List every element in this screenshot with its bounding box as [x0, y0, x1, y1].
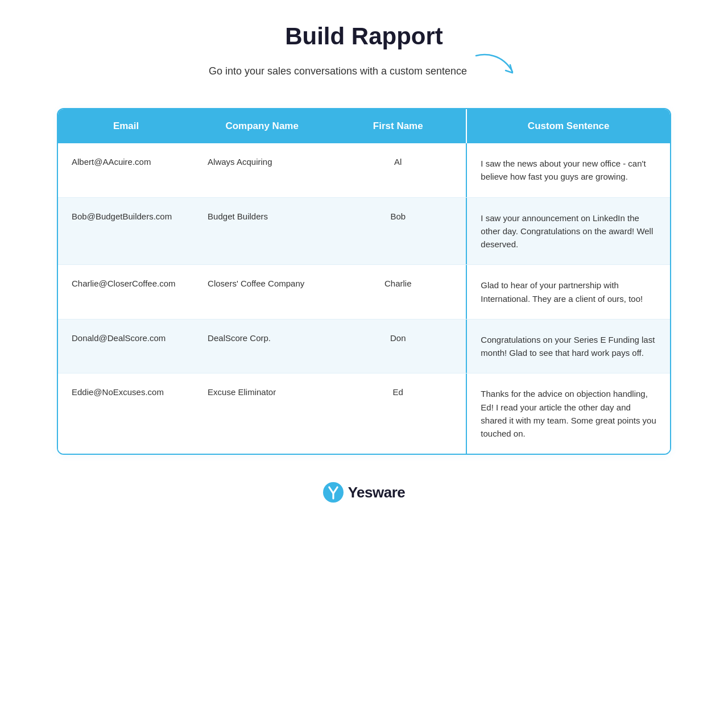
cell-email: Eddie@NoExcuses.com [58, 374, 194, 454]
cell-custom: I saw your announcement on LinkedIn the … [466, 198, 670, 265]
data-table: Email Company Name First Name Custom Sen… [57, 108, 671, 455]
cell-custom: I saw the news about your new office - c… [466, 143, 670, 197]
cell-firstname: Al [330, 143, 466, 197]
cell-company: Always Acquiring [194, 143, 330, 197]
footer: Yesware [323, 482, 406, 503]
header-email: Email [58, 109, 194, 143]
cell-custom: Congratulations on your Series E Funding… [466, 319, 670, 374]
cell-email: Charlie@CloserCoffee.com [58, 265, 194, 319]
cell-company: Closers' Coffee Company [194, 265, 330, 319]
cell-email: Bob@BudgetBuilders.com [58, 198, 194, 265]
cell-firstname: Don [330, 319, 466, 374]
table-row: Albert@AAcuire.com Always Acquiring Al I… [58, 143, 670, 198]
yesware-icon [323, 482, 344, 503]
header-company: Company Name [194, 109, 330, 143]
cell-email: Donald@DealScore.com [58, 319, 194, 374]
table-row: Bob@BudgetBuilders.com Budget Builders B… [58, 198, 670, 265]
cell-firstname: Charlie [330, 265, 466, 319]
table-header: Email Company Name First Name Custom Sen… [58, 109, 670, 143]
cell-company: DealScore Corp. [194, 319, 330, 374]
table-row: Donald@DealScore.com DealScore Corp. Don… [58, 319, 670, 374]
cell-custom: Glad to hear of your partnership with In… [466, 265, 670, 319]
cell-email: Albert@AAcuire.com [58, 143, 194, 197]
header-firstname: First Name [330, 109, 466, 143]
page-title: Build Rapport [285, 23, 443, 50]
cell-firstname: Bob [330, 198, 466, 265]
cell-company: Excuse Eliminator [194, 374, 330, 454]
page-subtitle: Go into your sales conversations with a … [209, 65, 467, 77]
cell-firstname: Ed [330, 374, 466, 454]
cell-company: Budget Builders [194, 198, 330, 265]
yesware-logo: Yesware [323, 482, 406, 503]
cell-custom: Thanks for the advice on objection handl… [466, 374, 670, 454]
table-row: Charlie@CloserCoffee.com Closers' Coffee… [58, 265, 670, 319]
brand-name: Yesware [348, 484, 406, 501]
table-body: Albert@AAcuire.com Always Acquiring Al I… [58, 143, 670, 454]
header-custom: Custom Sentence [466, 109, 670, 143]
table-row: Eddie@NoExcuses.com Excuse Eliminator Ed… [58, 374, 670, 454]
arrow-icon [474, 51, 519, 85]
